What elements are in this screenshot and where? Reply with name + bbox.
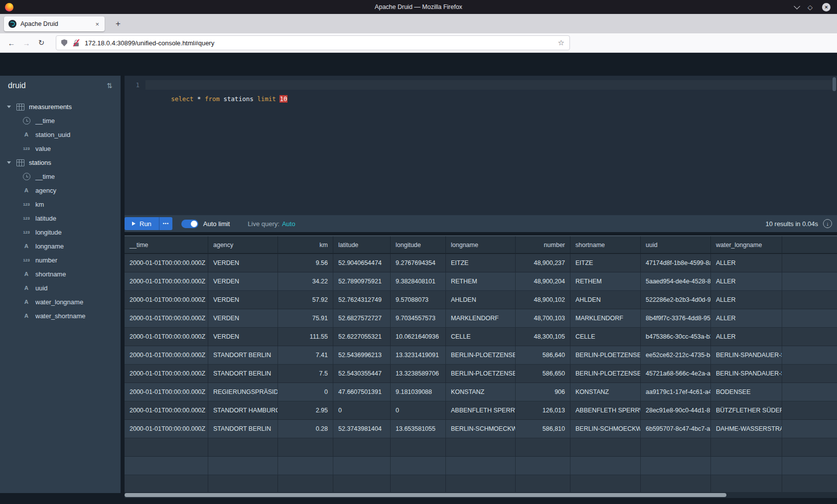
run-button[interactable]: Run [125,217,159,230]
cell-water_longname [711,438,782,457]
column-header-uuid[interactable]: uuid [641,236,711,254]
cell-agency: STANDORT BERLIN [208,346,278,365]
column-type-icon [15,158,24,166]
run-more-button[interactable]: ••• [159,217,172,230]
cell-water_longname: BODENSEE [711,383,782,401]
play-icon [132,222,136,226]
tab-title: Apache Druid [20,20,94,27]
cell-__time: 2000-01-01T00:00:00.000Z [125,328,208,346]
column-header-latitude[interactable]: latitude [333,236,391,254]
auto-limit-toggle[interactable] [181,220,198,228]
cell-uuid: 522286e2-b2b3-4d0d-9a3 [641,291,711,309]
column-header-number[interactable]: number [516,236,570,254]
tree-item[interactable]: longitude [0,225,121,239]
tree-item-label: km [35,201,44,208]
cell-shortname: BERLIN-SCHMOECKWITZER [570,420,641,438]
cell-agency: STANDORT BERLIN [208,420,278,438]
cell-km: 0 [278,383,333,401]
cell-__time: 2000-01-01T00:00:00.000Z [125,346,208,365]
column-header-__time[interactable]: __time [125,236,208,254]
url-text[interactable]: 172.18.0.4:30899/unified-console.html#qu… [85,39,558,47]
tree-item[interactable]: __time [0,169,121,183]
column-type-icon [22,228,31,236]
code-token: 10 [279,95,287,103]
cell-longname [446,475,516,492]
horizontal-scrollbar-thumb[interactable] [125,493,726,497]
browser-tab[interactable]: Apache Druid × [4,16,105,31]
tracking-shield-icon[interactable] [61,39,67,46]
filler-cell [782,401,837,420]
window-close-icon[interactable]: × [822,3,831,11]
editor-scrollbar-thumb[interactable] [833,77,836,91]
cell-__time: 2000-01-01T00:00:00.000Z [125,291,208,309]
tree-item-label: stations [29,159,51,166]
chevron-down-icon[interactable] [7,161,11,164]
column-header-longitude[interactable]: longitude [391,236,446,254]
window-maximize-icon[interactable]: ◇ [808,4,813,10]
column-type-icon [15,103,24,111]
cell-latitude [333,438,391,457]
query-editor[interactable]: 1 select * from stations limit 10 [125,76,837,215]
tree-item[interactable]: uuid [0,281,121,295]
tree-item[interactable]: km [0,197,121,211]
tree-item-label: latitude [35,215,56,222]
cell-longitude [391,475,446,492]
reload-button[interactable]: ↻ [34,35,49,50]
tree-item[interactable]: number [0,253,121,267]
filler-cell [782,457,837,475]
tab-bar: Apache Druid × + [0,14,837,33]
code-token: stations [220,95,257,103]
live-query-value[interactable]: Auto [282,220,295,228]
column-header-km[interactable]: km [278,236,333,254]
cell-km [278,457,333,475]
url-bar[interactable]: 172.18.0.4:30899/unified-console.html#qu… [56,35,570,50]
new-tab-button[interactable]: + [112,17,125,30]
cell-shortname: ABBENFLETH SPERRWERK [570,401,641,420]
cell-shortname: BERLIN-PLOETZENSEE OP [570,346,641,365]
cell-agency: VERDEN [208,328,278,346]
cell-latitude [333,475,391,492]
editor-code-line[interactable]: select * from stations limit 10 [145,80,837,90]
tree-item-label: measurements [29,103,72,111]
tree-item[interactable]: latitude [0,211,121,225]
cell-number [516,457,570,475]
forward-button[interactable]: → [19,35,34,50]
tree-item[interactable]: longname [0,239,121,253]
cell-longitude: 13.653581055 [391,420,446,438]
cell-km: 7.41 [278,346,333,365]
cell-latitude: 47.6607501391 [333,383,391,401]
tree-item[interactable]: __time [0,114,121,127]
column-type-icon [22,214,31,222]
tree-item[interactable]: stations [0,155,121,169]
download-icon[interactable]: ↓ [823,219,832,228]
back-button[interactable]: ← [4,35,19,50]
cell-uuid: 28ec91e8-90c0-44d1-8f0 [641,401,711,420]
column-header-agency[interactable]: agency [208,236,278,254]
column-header-longname[interactable]: longname [446,236,516,254]
column-header-water_longname[interactable]: water_longname [711,236,782,254]
cell-water_longname: ALLER [711,291,782,309]
cell-km: 7.5 [278,365,333,383]
tree-item[interactable]: water_longname [0,295,121,309]
tree-item[interactable]: water_shortname [0,309,121,323]
sort-icon[interactable]: ⇅ [107,82,113,90]
tree-item[interactable]: measurements [0,100,121,114]
tree-item-label: water_shortname [35,312,85,320]
tree-item-label: number [35,256,57,264]
window-minimize-icon[interactable] [794,3,800,9]
tree-item[interactable]: shortname [0,267,121,281]
tree-item[interactable]: station_uuid [0,127,121,141]
cell-longitude: 9.3828408101 [391,272,446,291]
tree-item[interactable]: value [0,141,121,155]
results-header-row: __timeagencykmlatitudelongitudelongnamen… [125,236,837,254]
column-header-shortname[interactable]: shortname [570,236,641,254]
insecure-lock-icon[interactable] [73,39,80,47]
bookmark-star-icon[interactable]: ☆ [558,38,564,47]
cell-water_longname: BERLIN-SPANDAUER-SCHIFFFAHRTSKANAL [711,365,782,383]
tree-item[interactable]: agency [0,183,121,197]
cell-number: 48,700,103 [516,309,570,328]
chevron-down-icon[interactable] [7,106,11,108]
cell-agency [208,457,278,475]
filler-cell [782,365,837,383]
tab-close-icon[interactable]: × [94,20,100,28]
